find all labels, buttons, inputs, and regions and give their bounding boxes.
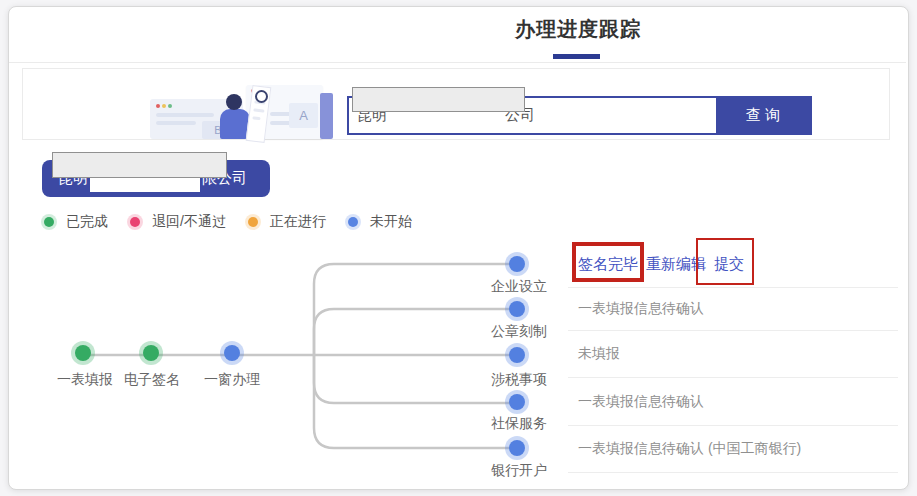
status-row-social-security: 一表填报信息待确认: [568, 378, 898, 426]
branch-label-bank-account: 银行开户: [491, 462, 547, 480]
query-button[interactable]: 查询: [718, 96, 812, 135]
legend-item-in-progress: 正在进行: [248, 213, 326, 231]
status-row-enterprise-setup: 签名完毕 重新编辑 提交: [568, 241, 898, 288]
redaction-overlay: [52, 152, 227, 178]
step-label-one-window: 一窗办理: [204, 371, 260, 389]
step-label-form-filing: 一表填报: [57, 371, 113, 389]
legend-item-returned: 退回/不通过: [130, 213, 226, 231]
node-enterprise-setup: [509, 256, 525, 272]
node-e-signature: [143, 345, 159, 361]
node-social-security: [509, 394, 525, 410]
link-submit[interactable]: 提交: [714, 255, 744, 274]
completed-dot-icon: [44, 217, 54, 227]
node-seal-engraving: [509, 301, 525, 317]
legend-item-not-started: 未开始: [348, 213, 412, 231]
link-re-edit[interactable]: 重新编辑: [646, 255, 706, 274]
status-row-tax-matters: 未填报: [568, 331, 898, 378]
link-signature-complete[interactable]: 签名完毕: [578, 255, 638, 274]
illustration-person-head: [226, 94, 242, 110]
node-one-window: [224, 345, 240, 361]
node-form-filing: [75, 345, 91, 361]
title-accent-bar: [553, 54, 600, 59]
status-text: 一表填报信息待确认: [578, 393, 704, 411]
branch-label-social-security: 社保服务: [491, 415, 547, 433]
legend-item-completed: 已完成: [44, 213, 108, 231]
in-progress-dot-icon: [248, 217, 258, 227]
status-row-seal-engraving: 一表填报信息待确认: [568, 288, 898, 331]
status-legend: 已完成 退回/不通过 正在进行 未开始: [44, 212, 434, 232]
status-text: 未填报: [578, 345, 620, 363]
magnifier-icon: [255, 90, 268, 103]
illustration-letter-a: A: [289, 103, 318, 128]
redaction-overlay: [352, 87, 525, 112]
branch-label-enterprise-setup: 企业设立: [491, 278, 547, 296]
page-title: 办理进度跟踪: [428, 16, 728, 43]
node-bank-account: [509, 440, 525, 456]
branch-label-tax-matters: 涉税事项: [491, 371, 547, 389]
illustration-text-line: [156, 113, 214, 117]
branch-label-seal-engraving: 公章刻制: [491, 323, 547, 341]
status-text: 一表填报信息待确认 (中国工商银行): [578, 440, 801, 458]
progress-tracking-page: 办理进度跟踪 B A 昆明 公司 查询 昆明 限公司 已完成: [0, 0, 917, 496]
step-label-e-signature: 电子签名: [124, 371, 180, 389]
status-row-bank-account: 一表填报信息待确认 (中国工商银行): [568, 426, 898, 473]
window-controls-icon: [156, 104, 160, 108]
returned-dot-icon: [130, 217, 140, 227]
illustration-text-line: [156, 121, 196, 125]
illustration-blue-panel: [320, 93, 333, 139]
header-divider: [9, 62, 906, 63]
status-text: 一表填报信息待确认: [578, 300, 704, 318]
node-tax-matters: [509, 347, 525, 363]
not-started-dot-icon: [348, 217, 358, 227]
